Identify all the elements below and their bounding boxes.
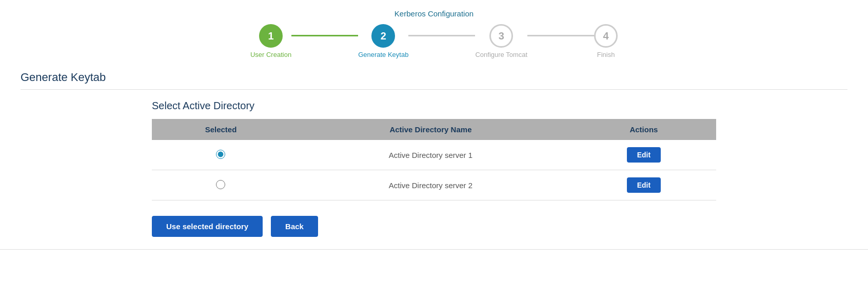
step-3-circle: 3 [489,24,513,48]
page-section-title: Generate Keytab [21,64,847,90]
row-2-name: Active Directory server 2 [290,170,571,200]
row-2-selected [152,170,290,200]
step-4-circle: 4 [594,24,618,48]
radio-row-2[interactable] [216,180,225,189]
table-row: Active Directory server 1 Edit [152,140,716,170]
col-ad-name: Active Directory Name [290,119,571,140]
table-container: Select Active Directory Selected Active … [152,100,716,249]
step-2: 2 Generate Keytab [358,24,408,58]
step-4-number: 4 [603,30,609,42]
step-line-2-3 [408,35,475,36]
radio-row-1[interactable] [216,150,225,159]
wizard-config-title: Kerberos Configuration [394,9,474,18]
row-2-actions: Edit [571,170,716,200]
wizard-steps: 1 User Creation 2 Generate Keytab 3 Conf… [250,24,618,58]
step-3-number: 3 [499,30,504,42]
step-4: 4 Finish [594,24,618,58]
step-line-1-2 [291,35,358,36]
bottom-divider [0,249,868,250]
step-4-label: Finish [597,51,615,58]
step-2-label: Generate Keytab [358,51,408,58]
step-2-circle: 2 [371,24,395,48]
table-row: Active Directory server 2 Edit [152,170,716,200]
use-selected-directory-button[interactable]: Use selected directory [152,216,263,237]
step-1-label: User Creation [250,51,291,58]
step-3-label: Configure Tomcat [475,51,527,58]
page-wrapper: Kerberos Configuration 1 User Creation 2… [0,0,868,282]
page-content: Generate Keytab Select Active Directory … [0,64,868,249]
step-2-number: 2 [381,30,386,42]
col-selected: Selected [152,119,290,140]
step-1-number: 1 [268,30,273,42]
wizard-header: Kerberos Configuration 1 User Creation 2… [0,0,868,64]
step-1: 1 User Creation [250,24,291,58]
col-actions: Actions [571,119,716,140]
ad-table: Selected Active Directory Name Actions A… [152,119,716,200]
edit-button-row-1[interactable]: Edit [627,147,661,163]
edit-button-row-2[interactable]: Edit [627,177,661,193]
step-line-3-4 [527,35,594,36]
row-1-name: Active Directory server 1 [290,140,571,170]
table-header-row: Selected Active Directory Name Actions [152,119,716,140]
row-1-selected [152,140,290,170]
back-button[interactable]: Back [271,216,318,237]
table-heading: Select Active Directory [152,100,716,112]
step-3: 3 Configure Tomcat [475,24,527,58]
step-1-circle: 1 [259,24,283,48]
bottom-actions: Use selected directory Back [152,216,716,249]
row-1-actions: Edit [571,140,716,170]
